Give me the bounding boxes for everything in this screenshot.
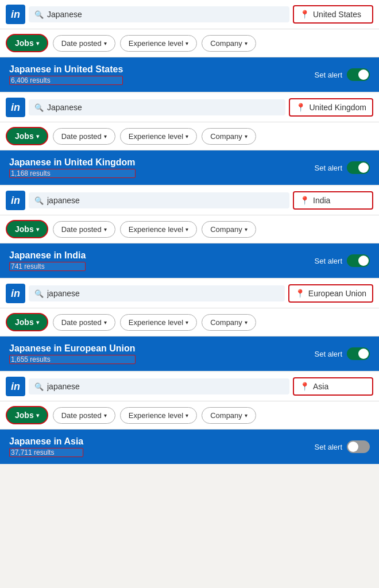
alert-toggle[interactable] [347,440,370,453]
chevron-down-icon: ▾ [185,226,188,233]
search-section-1: in🔍📍United KingdomJobs ▾Date posted ▾Exp… [0,93,379,185]
jobs-button[interactable]: Jobs ▾ [6,406,48,424]
search-icon: 🔍 [34,196,44,205]
location-input-2[interactable]: 📍India [293,191,373,210]
location-text: United Kingdom [309,103,366,112]
experience-level-filter[interactable]: Experience level ▾ [120,221,197,238]
date-posted-filter[interactable]: Date posted ▾ [53,221,115,238]
search-input-wrap[interactable]: 🔍 [29,192,289,208]
chevron-down-icon: ▾ [36,412,39,419]
search-bar-1: in🔍📍United Kingdom [0,93,379,122]
experience-level-filter[interactable]: Experience level ▾ [120,128,197,145]
chevron-down-icon: ▾ [36,319,39,326]
search-input[interactable] [47,10,284,19]
search-input[interactable] [47,196,284,205]
results-title: Japanese in United Kingdom [9,157,136,168]
location-text: Asia [313,382,328,391]
search-icon: 🔍 [34,10,44,19]
filters-bar-0: Jobs ▾Date posted ▾Experience level ▾Com… [0,29,379,57]
alert-toggle[interactable] [347,347,370,360]
filters-bar-4: Jobs ▾Date posted ▾Experience level ▾Com… [0,401,379,430]
results-info: Japanese in United States6,406 results [9,64,123,85]
search-input[interactable] [47,382,284,391]
chevron-down-icon: ▾ [104,412,107,419]
alert-toggle[interactable] [347,254,370,267]
search-input-wrap[interactable]: 🔍 [29,378,289,394]
date-posted-filter[interactable]: Date posted ▾ [53,128,115,145]
search-input-wrap[interactable]: 🔍 [29,285,285,301]
location-input-3[interactable]: 📍European Union [288,284,373,303]
chevron-down-icon: ▾ [185,319,188,326]
results-bar-2: Japanese in India741 resultsSet alert [0,243,379,278]
chevron-down-icon: ▾ [104,319,107,326]
search-input-wrap[interactable]: 🔍 [29,6,289,22]
search-icon: 🔍 [34,382,44,391]
location-input-4[interactable]: 📍Asia [293,377,373,396]
location-icon: 📍 [295,289,305,298]
alert-toggle[interactable] [347,161,370,174]
date-posted-filter[interactable]: Date posted ▾ [53,35,115,52]
experience-level-filter[interactable]: Experience level ▾ [120,35,197,52]
location-icon: 📍 [300,382,310,391]
experience-level-filter[interactable]: Experience level ▾ [120,407,197,424]
set-alert-wrap: Set alert [315,68,370,81]
search-bar-4: in🔍📍Asia [0,372,379,401]
date-posted-filter[interactable]: Date posted ▾ [53,314,115,331]
chevron-down-icon: ▾ [245,226,247,233]
company-filter[interactable]: Company ▾ [202,35,256,52]
location-input-1[interactable]: 📍United Kingdom [289,98,373,117]
search-bar-3: in🔍📍European Union [0,279,379,308]
location-icon: 📍 [300,196,310,205]
search-input-wrap[interactable]: 🔍 [29,99,285,115]
location-text: United States [313,10,361,19]
chevron-down-icon: ▾ [36,133,39,140]
chevron-down-icon: ▾ [36,40,39,47]
set-alert-wrap: Set alert [315,347,370,360]
linkedin-logo: in [6,5,25,24]
company-filter[interactable]: Company ▾ [202,128,256,145]
chevron-down-icon: ▾ [185,412,188,419]
jobs-button[interactable]: Jobs ▾ [6,127,48,145]
company-filter[interactable]: Company ▾ [202,407,256,424]
alert-toggle[interactable] [347,68,370,81]
filters-bar-3: Jobs ▾Date posted ▾Experience level ▾Com… [0,308,379,336]
results-bar-0: Japanese in United States6,406 resultsSe… [0,57,379,92]
company-filter[interactable]: Company ▾ [202,221,256,238]
chevron-down-icon: ▾ [245,40,247,47]
filters-bar-1: Jobs ▾Date posted ▾Experience level ▾Com… [0,122,379,150]
set-alert-wrap: Set alert [315,254,370,267]
experience-level-filter[interactable]: Experience level ▾ [120,314,197,331]
filters-bar-2: Jobs ▾Date posted ▾Experience level ▾Com… [0,215,379,243]
set-alert-label: Set alert [315,164,342,172]
results-info: Japanese in United Kingdom1,168 results [9,157,136,178]
search-bar-0: in🔍📍United States [0,0,379,29]
results-count: 741 results [9,262,86,271]
location-text: India [313,196,330,205]
results-title: Japanese in European Union [9,343,136,354]
results-bar-3: Japanese in European Union1,655 resultsS… [0,336,379,371]
set-alert-label: Set alert [315,257,342,265]
jobs-button[interactable]: Jobs ▾ [6,34,48,52]
results-info: Japanese in European Union1,655 results [9,343,136,364]
results-title: Japanese in India [9,250,86,261]
chevron-down-icon: ▾ [104,226,107,233]
jobs-button[interactable]: Jobs ▾ [6,220,48,238]
date-posted-filter[interactable]: Date posted ▾ [53,407,115,424]
search-section-2: in🔍📍IndiaJobs ▾Date posted ▾Experience l… [0,186,379,278]
search-section-0: in🔍📍United StatesJobs ▾Date posted ▾Expe… [0,0,379,92]
location-input-0[interactable]: 📍United States [293,5,373,24]
set-alert-label: Set alert [315,443,342,451]
linkedin-logo: in [6,284,25,303]
search-input[interactable] [47,103,280,112]
results-bar-1: Japanese in United Kingdom1,168 resultsS… [0,150,379,185]
results-title: Japanese in United States [9,64,123,75]
results-title: Japanese in Asia [9,436,83,447]
chevron-down-icon: ▾ [36,226,39,233]
set-alert-label: Set alert [315,350,342,358]
company-filter[interactable]: Company ▾ [202,314,256,331]
linkedin-logo: in [6,98,25,117]
search-input[interactable] [47,289,279,298]
location-text: European Union [308,289,366,298]
jobs-button[interactable]: Jobs ▾ [6,313,48,331]
results-count: 1,655 results [9,355,136,364]
